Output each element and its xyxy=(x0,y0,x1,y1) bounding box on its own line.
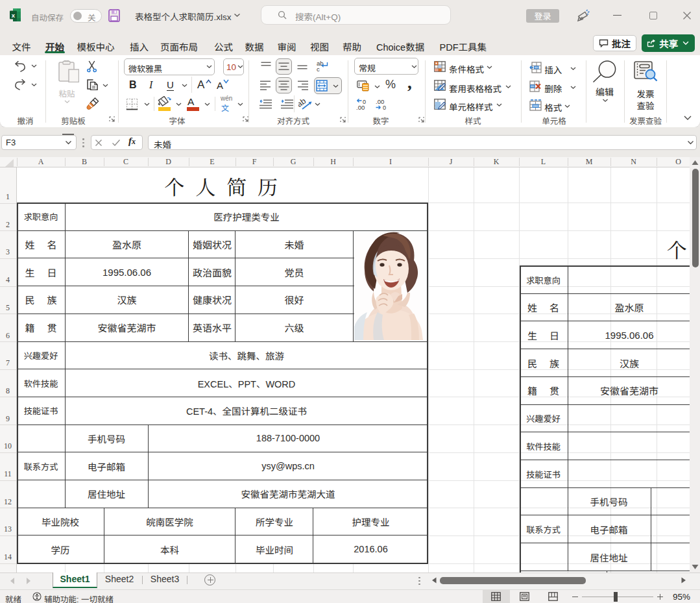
svg-text:.00: .00 xyxy=(376,98,384,105)
svg-text:c: c xyxy=(317,66,320,72)
svg-text:0: 0 xyxy=(383,105,386,110)
svg-text:x: x xyxy=(12,12,16,19)
svg-text:ab: ab xyxy=(298,97,308,109)
svg-text:.00: .00 xyxy=(356,104,365,110)
